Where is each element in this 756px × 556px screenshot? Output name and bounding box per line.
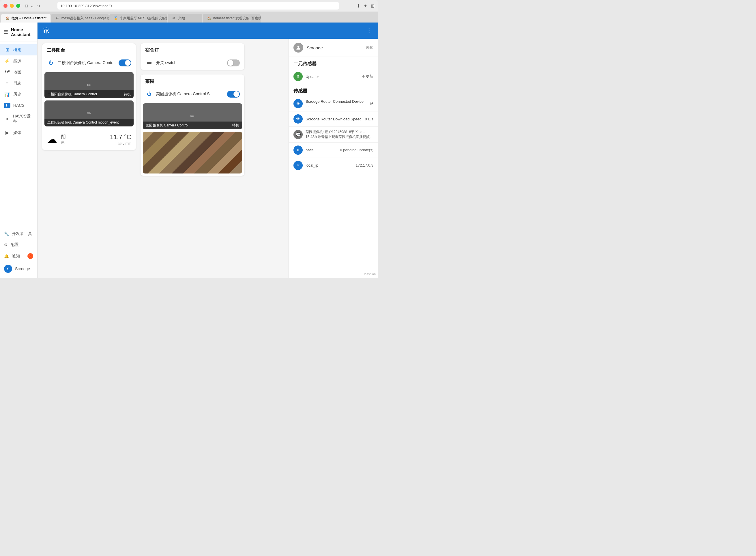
rp-sensor-download[interactable]: 👁 Scrooge Router Download Speed 0 B/s <box>289 111 378 127</box>
rp-user-name: Scrooge <box>307 45 362 50</box>
minimize-button[interactable] <box>10 4 14 8</box>
rp-updater-value: 有更新 <box>362 74 373 79</box>
sidebar-nav: ⊞ 概览 ⚡ 能源 🗺 地图 ≡ 日志 📊 历史 H HACS <box>0 42 37 226</box>
rp-sensor-name-1: Scrooge Router Connected Device ... <box>305 99 366 108</box>
sidebar-toggle-button[interactable]: ⊟ <box>25 3 28 8</box>
camera-label-garden: 菜园摄像机 Camera Control 待机 <box>143 121 242 129</box>
app: ☰ Home Assistant ⊞ 概览 ⚡ 能源 🗺 地图 ≡ 日志 📊 <box>0 23 378 278</box>
sidebar-item-hacs[interactable]: H HACS <box>0 100 37 111</box>
sidebar-label-user: Scrooge <box>15 267 30 271</box>
rp-sensor-hacs[interactable]: H hacs 0 pending update(s) <box>289 142 378 158</box>
tab-intro[interactable]: 👁 介绍 <box>168 14 202 23</box>
camera-label-text-balcony2: 二楼阳台摄像机 Camera Control motion_event <box>47 120 118 125</box>
rp-sensor-icon-4: H <box>293 145 303 155</box>
switch-row[interactable]: 开关 switch <box>141 56 244 70</box>
developer-icon: 🔧 <box>4 232 9 236</box>
toggle-garden-camera[interactable] <box>227 91 240 98</box>
toggle-knob-dormitory <box>228 60 233 66</box>
rp-sensor-local-ip[interactable]: IP local_ip 172.17.0.3 <box>289 158 378 173</box>
sidebar-toggle2-button[interactable]: ⌄ <box>31 3 34 8</box>
weather-temp: 11.7 °C <box>110 133 131 141</box>
sidebar-item-havcs[interactable]: ✦ HAVCS设备 <box>0 111 37 127</box>
panel-second-floor: 二楼阳台 ⏻ 二楼阳台摄像机 Camera Contr... <box>42 43 136 176</box>
camera-card-balcony1[interactable]: ✏ 二楼阳台摄像机 Camera Control 待机 <box>44 72 134 98</box>
power-icon-garden: ⏻ <box>145 90 153 98</box>
sidebar-label-hacs: HACS <box>13 103 25 108</box>
rp-sensor-value-2: 0 B/s <box>365 117 373 121</box>
card-garden: 菜园 ⏻ 菜园摄像机 Camera Control S... <box>141 74 244 176</box>
sidebar-label-havcs: HAVCS设备 <box>13 114 33 124</box>
toggle-dormitory[interactable] <box>227 60 240 66</box>
camera-edit-icon-garden: ✏ <box>190 113 194 119</box>
tab-overview[interactable]: 🏠 概览 – Home Assistant <box>1 14 50 23</box>
rp-section-sensor: 传感器 <box>289 84 378 96</box>
right-panel: Scrooge 未知 二元传感器 ⬆ Updater 有更新 传感器 👁 Scr… <box>289 39 378 278</box>
tab-baidu[interactable]: 🏠 homeassistant发现设备_百度搜索 <box>203 14 260 23</box>
camera-control-row[interactable]: ⏻ 二楼阳台摄像机 Camera Contr... <box>42 56 136 70</box>
sidebar-title: Home Assistant <box>11 27 34 37</box>
rp-updater-row[interactable]: ⬆ Updater 有更新 <box>289 69 378 84</box>
address-bar[interactable]: 10.193.10.229:8123/lovelace/0 <box>58 2 339 9</box>
rp-updater-name: Updater <box>305 74 359 79</box>
sidebar-item-notifications[interactable]: 🔔 通知 5 <box>0 250 37 262</box>
camera-edit-icon-balcony2: ✏ <box>87 110 91 117</box>
watermark: Hassbian <box>362 272 376 276</box>
sidebar-item-overview[interactable]: ⊞ 概览 <box>0 44 37 56</box>
sidebar-item-logbook[interactable]: ≡ 日志 <box>0 78 37 89</box>
sidebar-item-energy[interactable]: ⚡ 能源 <box>0 56 37 67</box>
logbook-icon: ≡ <box>4 80 10 86</box>
maximize-button[interactable] <box>16 4 20 8</box>
sidebar-item-developer[interactable]: 🔧 开发者工具 <box>0 228 37 239</box>
switch-icon <box>145 59 153 67</box>
camera-card-garden[interactable]: ✏ 菜园摄像机 Camera Control 待机 <box>143 103 242 129</box>
toolbar-right: ⬆ + ⊞ <box>356 3 374 9</box>
sidebar-item-map[interactable]: 🗺 地图 <box>0 67 37 78</box>
traffic-lights[interactable] <box>3 4 20 8</box>
back-button[interactable]: ‹ <box>36 3 38 8</box>
sidebar-item-media[interactable]: ▶ 媒体 <box>0 127 37 138</box>
forward-button[interactable]: › <box>39 3 40 8</box>
tab-label-overview: 概览 – Home Assistant <box>11 16 46 21</box>
sidebar-item-user[interactable]: S Scrooge <box>0 262 37 276</box>
user-avatar: S <box>4 265 12 273</box>
sidebar-item-history[interactable]: 📊 历史 <box>0 89 37 100</box>
card-header-garden: 菜园 <box>141 74 244 87</box>
rp-sensor-camera-log[interactable]: 💬 菜园摄像机: 用户1294598818于 Xiao... 15:42在带音箱… <box>289 127 378 142</box>
camera-name-balcony: 二楼阳台摄像机 Camera Contr... <box>58 60 116 66</box>
weather-rain: ⛆ 0 mm <box>110 141 131 145</box>
toggle-balcony-camera[interactable] <box>118 60 131 66</box>
topbar: 家 ⋮ <box>37 23 378 39</box>
window-chrome: ⊟ ⌄ ‹ › 10.193.10.229:8123/lovelace/0 ⬆ … <box>0 0 378 11</box>
rp-sensor-name-3: 菜园摄像机: 用户1294598818于 Xiao... 15:42在带音箱上观… <box>305 130 373 139</box>
main-content: 家 ⋮ 二楼阳台 ⏻ 二楼阳台摄像机 Camera Contr... <box>37 23 378 278</box>
rp-sensor-name-4: hacs <box>305 148 337 152</box>
rp-sensor-connected[interactable]: 👁 Scrooge Router Connected Device ... 16 <box>289 96 378 111</box>
rp-sensor-icon-1: 👁 <box>293 99 303 108</box>
nav-buttons[interactable]: ‹ › <box>36 3 40 8</box>
tab-favicon-intro: 👁 <box>172 16 176 21</box>
weather-icon: ☁ <box>47 133 57 145</box>
card-header-balcony: 二楼阳台 <box>42 43 136 56</box>
weather-measurements: 11.7 °C ⛆ 0 mm <box>110 133 131 145</box>
garden-camera-row[interactable]: ⏻ 菜园摄像机 Camera Control S... <box>141 87 244 101</box>
sidebar-bottom: 🔧 开发者工具 ⚙ 配置 🔔 通知 5 S Scrooge <box>0 226 37 278</box>
card-second-floor-balcony: 二楼阳台 ⏻ 二楼阳台摄像机 Camera Contr... <box>42 43 136 150</box>
tabs-overview-icon[interactable]: ⊞ <box>371 3 374 9</box>
sidebar-menu-icon[interactable]: ☰ <box>3 29 8 35</box>
camera-card-balcony2[interactable]: ✏ 二楼阳台摄像机 Camera Control motion_event <box>44 100 134 127</box>
tab-google[interactable]: G mesh设备接入 haas - Google 搜索 <box>51 14 109 23</box>
sidebar-item-settings[interactable]: ⚙ 配置 <box>0 239 37 250</box>
garden-live-feed[interactable] <box>143 132 242 173</box>
camera-label-text-garden: 菜园摄像机 Camera Control <box>146 123 188 128</box>
tab-mijia[interactable]: 🏅 米家用蓝牙 MESH连接的设备能接入... <box>109 14 167 23</box>
rp-sensor-name-5: local_ip <box>305 163 353 167</box>
share-icon[interactable]: ⬆ <box>356 3 360 9</box>
rp-user-icon <box>293 43 303 53</box>
topbar-more-icon[interactable]: ⋮ <box>366 27 372 34</box>
rp-sensor-icon-2: 👁 <box>293 114 303 124</box>
new-tab-icon[interactable]: + <box>364 3 367 8</box>
close-button[interactable] <box>3 4 7 8</box>
camera-label-text-balcony1: 二楼阳台摄像机 Camera Control <box>47 92 97 97</box>
window-controls[interactable]: ⊟ ⌄ <box>25 3 34 8</box>
sidebar-label-map: 地图 <box>13 70 21 75</box>
